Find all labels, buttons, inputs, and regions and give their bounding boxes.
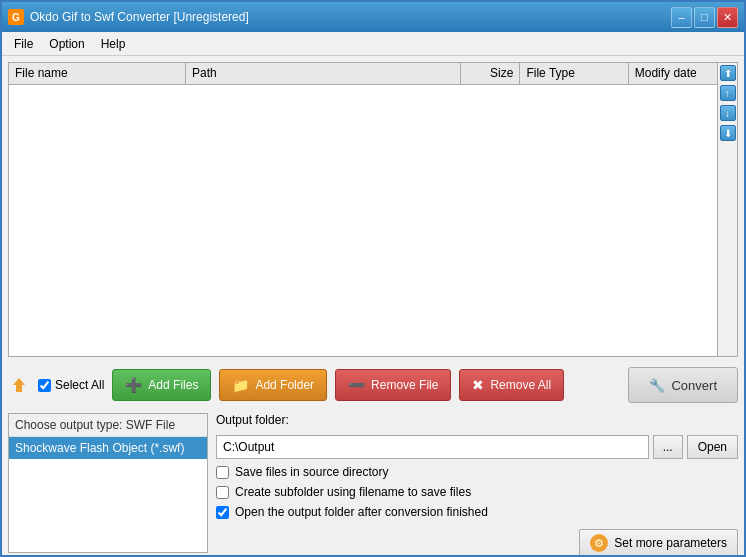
scroll-down-button[interactable]: ↓ <box>720 105 736 121</box>
remove-file-icon: ➖ <box>348 377 365 393</box>
set-params-button[interactable]: ⚙ Set more parameters <box>579 529 738 557</box>
scroll-panel: ⬆ ↑ ↓ ⬇ <box>717 63 737 356</box>
title-bar-controls: – □ ✕ <box>671 7 738 28</box>
app-icon: G <box>8 9 24 25</box>
add-folder-icon: 📁 <box>232 377 249 393</box>
menu-file[interactable]: File <box>6 35 41 53</box>
checkbox-row-2: Create subfolder using filename to save … <box>216 485 738 499</box>
create-subfolder-checkbox[interactable] <box>216 486 229 499</box>
menu-bar: File Option Help <box>2 32 744 56</box>
checkbox-row-3: Open the output folder after conversion … <box>216 505 738 519</box>
scroll-top-button[interactable]: ⬆ <box>720 65 736 81</box>
close-button[interactable]: ✕ <box>717 7 738 28</box>
col-header-size: Size <box>461 63 520 84</box>
open-output-checkbox[interactable] <box>216 506 229 519</box>
menu-option[interactable]: Option <box>41 35 92 53</box>
scroll-up-button[interactable]: ↑ <box>720 85 736 101</box>
convert-wrench-icon: 🔧 <box>649 378 665 393</box>
select-all-area: Select All <box>38 378 104 392</box>
output-folder-input[interactable] <box>216 435 649 459</box>
set-params-label: Set more parameters <box>614 536 727 550</box>
browse-button[interactable]: ... <box>653 435 683 459</box>
open-button[interactable]: Open <box>687 435 738 459</box>
upload-icon[interactable] <box>8 374 30 396</box>
scroll-bottom-button[interactable]: ⬇ <box>720 125 736 141</box>
checkbox-row-1: Save files in source directory <box>216 465 738 479</box>
menu-help[interactable]: Help <box>93 35 134 53</box>
output-type-item-swf[interactable]: Shockwave Flash Object (*.swf) <box>9 437 207 459</box>
add-folder-button[interactable]: 📁 Add Folder <box>219 369 327 401</box>
remove-file-button[interactable]: ➖ Remove File <box>335 369 451 401</box>
minimize-button[interactable]: – <box>671 7 692 28</box>
save-source-label: Save files in source directory <box>235 465 388 479</box>
remove-all-icon: ✖ <box>472 377 484 393</box>
output-settings-panel: Output folder: ... Open Save files in so… <box>216 413 738 553</box>
maximize-button[interactable]: □ <box>694 7 715 28</box>
toolbar-left: Select All ➕ Add Files 📁 Add Folder ➖ Re… <box>8 369 624 401</box>
output-type-list[interactable]: Shockwave Flash Object (*.swf) <box>9 437 207 552</box>
remove-all-button[interactable]: ✖ Remove All <box>459 369 564 401</box>
main-content: File name Path Size File Type Modify dat… <box>2 56 744 557</box>
add-files-icon: ➕ <box>125 377 142 393</box>
file-table-body <box>9 85 737 356</box>
output-type-label: Choose output type: SWF File <box>9 414 207 437</box>
col-header-path: Path <box>186 63 461 84</box>
svg-marker-0 <box>13 378 25 392</box>
col-header-filename: File name <box>9 63 186 84</box>
create-subfolder-label: Create subfolder using filename to save … <box>235 485 471 499</box>
toolbar: Select All ➕ Add Files 📁 Add Folder ➖ Re… <box>8 363 738 407</box>
output-folder-row: ... Open <box>216 435 738 459</box>
open-output-label: Open the output folder after conversion … <box>235 505 488 519</box>
convert-button[interactable]: 🔧 Convert <box>628 367 738 403</box>
select-all-label: Select All <box>55 378 104 392</box>
gear-icon: ⚙ <box>590 534 608 552</box>
folder-label: Output folder: <box>216 413 738 427</box>
bottom-section: Choose output type: SWF File Shockwave F… <box>8 413 738 553</box>
file-table-container: File name Path Size File Type Modify dat… <box>8 62 738 357</box>
output-type-panel: Choose output type: SWF File Shockwave F… <box>8 413 208 553</box>
title-bar: G Okdo Gif to Swf Converter [Unregistere… <box>2 2 744 32</box>
save-source-checkbox[interactable] <box>216 466 229 479</box>
col-header-filetype: File Type <box>520 63 628 84</box>
add-files-button[interactable]: ➕ Add Files <box>112 369 211 401</box>
title-bar-text: Okdo Gif to Swf Converter [Unregistered] <box>30 10 671 24</box>
file-table-header: File name Path Size File Type Modify dat… <box>9 63 737 85</box>
select-all-checkbox[interactable] <box>38 379 51 392</box>
main-window: G Okdo Gif to Swf Converter [Unregistere… <box>0 0 746 557</box>
